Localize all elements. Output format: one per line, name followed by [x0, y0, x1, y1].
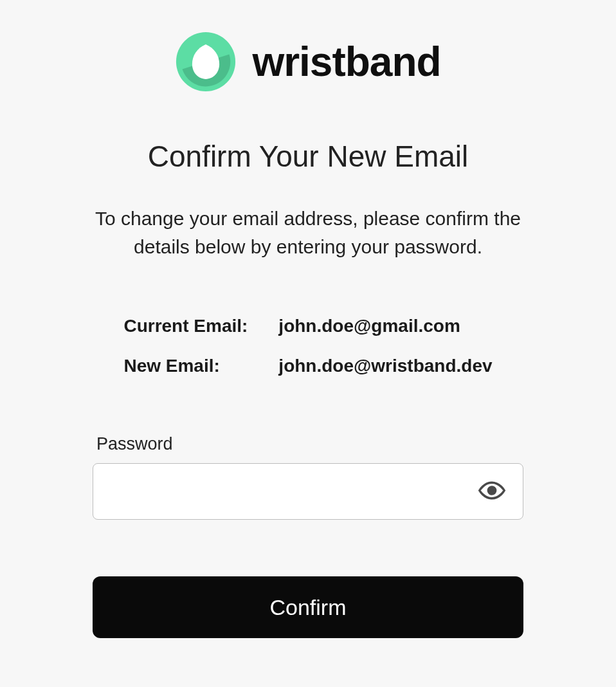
current-email-value: john.doe@gmail.com — [271, 307, 500, 345]
toggle-password-visibility-button[interactable] — [475, 473, 509, 510]
page-title: Confirm Your New Email — [148, 139, 469, 174]
password-input-wrapper — [93, 463, 523, 520]
email-details: Current Email: john.doe@gmail.com New Em… — [114, 306, 501, 387]
new-email-label: New Email: — [116, 347, 269, 385]
brand-name: wristband — [252, 38, 440, 86]
password-input[interactable] — [93, 463, 523, 520]
page-description: To change your email address, please con… — [83, 205, 533, 261]
confirm-button[interactable]: Confirm — [93, 576, 523, 638]
password-form-group: Password — [93, 434, 523, 520]
brand-header: wristband — [175, 31, 440, 93]
new-email-value: john.doe@wristband.dev — [271, 347, 500, 385]
eye-icon — [478, 477, 505, 506]
current-email-label: Current Email: — [116, 307, 269, 345]
password-label: Password — [93, 434, 523, 454]
wristband-logo-icon — [175, 31, 237, 93]
svg-point-1 — [488, 487, 495, 494]
